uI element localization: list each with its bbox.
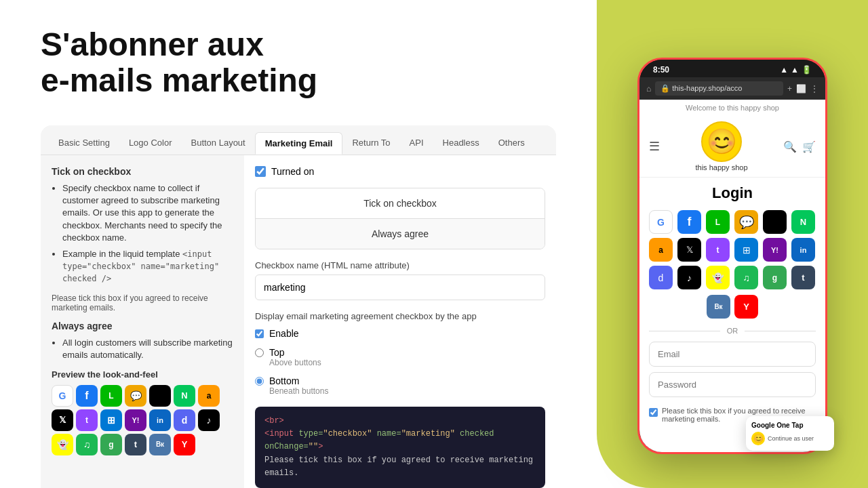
amazon-preview: a [198, 385, 220, 407]
shop-name: this happy shop [695, 163, 747, 171]
yahoo-social-btn[interactable]: Y! [763, 238, 787, 262]
one-tap-title: Google One Tap [751, 422, 829, 429]
position-bottom-radio[interactable] [255, 377, 264, 386]
header-right-actions: 🔍 🛒 [783, 140, 816, 153]
title-section: S'abonner aux e-mails marketing [41, 27, 317, 99]
twitch-preview: t [76, 409, 98, 431]
discord-social-btn[interactable]: d [649, 266, 673, 289]
tiktok-preview: ♪ [198, 409, 220, 431]
phone-password-input[interactable] [649, 372, 816, 397]
phone-header: ☰ 😊 this happy shop 🔍 🛒 [639, 116, 825, 178]
position-top-item: Top Above buttons [255, 347, 545, 367]
tick-on-checkbox-btn[interactable]: Tick on checkbox [256, 188, 545, 219]
kakao-preview: 💬 [125, 385, 146, 407]
spotify-social-btn[interactable]: ♫ [734, 266, 758, 289]
amazon-social-btn[interactable]: a [649, 238, 673, 262]
tab-logo-color[interactable]: Logo Color [119, 132, 182, 155]
welcome-text: Welcome to this happy shop [639, 100, 825, 116]
phone-time: 8:50 [653, 65, 669, 75]
phone-status-bar: 8:50 ▲ ▲ 🔋 [639, 60, 825, 77]
always-bullet-1: All login customers will subscribe marke… [62, 337, 233, 361]
social-preview-grid: G f L 💬 N a 𝕏 t ⊞ Y! in d ♪ 👻 ♫ g t Вк Y [52, 385, 233, 455]
vk-social-btn[interactable]: Вк [707, 295, 730, 319]
or-line-left [649, 331, 720, 331]
position-top-sublabel: Above buttons [269, 358, 321, 367]
tab-switch-icon[interactable]: ⬜ [796, 84, 806, 94]
always-title: Always agree [52, 321, 233, 331]
snapchat-preview: 👻 [52, 434, 73, 455]
yandex-social-btn[interactable]: Y [734, 295, 758, 319]
url-lock-icon: 🔒 [660, 84, 670, 92]
snapchat-social-btn[interactable]: 👻 [706, 266, 730, 289]
phone-status-icons: ▲ ▲ 🔋 [780, 65, 812, 75]
line-social-btn[interactable]: L [706, 210, 730, 234]
enable-label: Enable [269, 328, 299, 339]
position-top-radio[interactable] [255, 348, 264, 357]
turned-on-label: Turned on [271, 166, 314, 177]
apple-social-btn[interactable] [763, 210, 787, 234]
tab-api[interactable]: API [400, 132, 433, 155]
battery-icon: 🔋 [802, 65, 812, 75]
kakao-social-btn[interactable]: 💬 [734, 210, 758, 234]
radio-group: Enable Top Above buttons Bottom Beneath … [255, 328, 545, 396]
wifi-icon: ▲ [791, 65, 799, 75]
code-block: <br> <input type="checkbox" name="market… [255, 407, 545, 488]
facebook-social-btn[interactable]: f [677, 210, 701, 234]
search-icon[interactable]: 🔍 [783, 140, 797, 153]
settings-card: Basic Setting Logo Color Button Layout M… [41, 125, 556, 488]
browser-home-icon[interactable]: ⌂ [646, 84, 651, 94]
tick-title: Tick on checkbox [52, 166, 233, 177]
microsoft-social-btn[interactable]: ⊞ [734, 238, 758, 262]
yandex-preview: Y [174, 434, 195, 455]
tab-return-to[interactable]: Return To [342, 132, 399, 155]
menu-icon[interactable]: ⋮ [810, 84, 818, 94]
cart-icon[interactable]: 🛒 [802, 140, 816, 153]
toggle-group: Tick on checkbox Always agree [255, 188, 545, 249]
apple-preview [149, 385, 171, 407]
google-chat-social-btn[interactable]: g [763, 266, 787, 289]
or-text: OR [727, 327, 738, 335]
tick-note: Please tick this box if you agreed to re… [52, 293, 233, 312]
new-tab-icon[interactable]: + [787, 84, 792, 94]
browser-bar: ⌂ 🔒 this-happy.shop/acco + ⬜ ⋮ [639, 77, 825, 100]
one-tap-info: Continue as user [768, 435, 814, 442]
phone-email-input[interactable] [649, 342, 816, 367]
checkbox-name-input[interactable] [255, 274, 545, 300]
enable-checkbox[interactable] [255, 329, 264, 338]
signal-icon: ▲ [780, 65, 788, 75]
x-social-btn[interactable]: 𝕏 [677, 238, 701, 262]
facebook-preview: f [76, 385, 98, 407]
tumblr-social-btn[interactable]: t [791, 266, 815, 289]
phone-social-grid: G f L 💬 N a 𝕏 t ⊞ Y! in d ♪ 👻 ♫ g t [639, 210, 825, 289]
always-agree-btn[interactable]: Always agree [256, 219, 545, 249]
discord-preview: d [174, 409, 195, 431]
left-panel: Tick on checkbox Specify checkbox name t… [41, 155, 244, 488]
vk-preview: Вк [149, 434, 171, 455]
turned-on-checkbox[interactable] [255, 166, 266, 177]
login-title: Login [639, 178, 825, 210]
google-social-btn[interactable]: G [649, 210, 673, 234]
hamburger-icon[interactable]: ☰ [649, 139, 660, 154]
or-line-right [745, 331, 816, 331]
tab-headless[interactable]: Headless [433, 132, 489, 155]
tab-others[interactable]: Others [489, 132, 534, 155]
checkbox-name-label: Checkbox name (HTML name attribute) [255, 260, 545, 270]
naver-social-btn[interactable]: N [791, 210, 815, 234]
browser-actions: + ⬜ ⋮ [787, 84, 818, 94]
always-bullets: All login customers will subscribe marke… [52, 337, 233, 361]
tab-basic-setting[interactable]: Basic Setting [49, 132, 119, 155]
twitch-social-btn[interactable]: t [706, 238, 730, 262]
tiktok-social-btn[interactable]: ♪ [677, 266, 701, 289]
phone-page-content: Welcome to this happy shop ☰ 😊 this happ… [639, 100, 825, 452]
tab-marketing-email[interactable]: Marketing Email [255, 132, 343, 155]
or-divider: OR [639, 327, 825, 335]
one-tap-content: 😊 Continue as user [751, 432, 829, 445]
display-section-title: Display email marketing agreement checkb… [255, 311, 545, 321]
tick-bullet-1: Specify checkbox name to collect if cust… [62, 182, 233, 244]
one-tap-smiley: 😊 [751, 432, 765, 445]
google-one-tap-overlay[interactable]: Google One Tap 😊 Continue as user [746, 416, 834, 451]
browser-url-bar[interactable]: 🔒 this-happy.shop/acco [655, 81, 783, 96]
phone-agree-checkbox[interactable] [649, 408, 658, 417]
linkedin-social-btn[interactable]: in [791, 238, 815, 262]
tab-button-layout[interactable]: Button Layout [181, 132, 254, 155]
